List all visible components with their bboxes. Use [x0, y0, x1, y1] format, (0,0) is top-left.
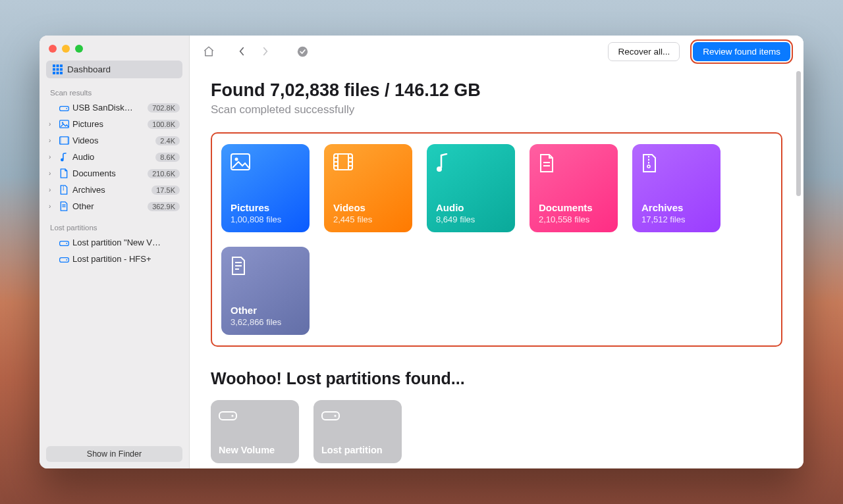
sidebar-lost-partition-row[interactable]: Lost partition "New V… — [45, 234, 184, 251]
forward-button[interactable] — [256, 41, 275, 61]
sidebar-drive-label: USB SanDisk… — [72, 103, 144, 113]
minimize-icon[interactable] — [62, 45, 70, 53]
svg-rect-14 — [59, 137, 61, 144]
page-icon — [231, 256, 300, 280]
card-audio[interactable]: Audio 8,649 files — [427, 144, 515, 232]
sidebar-item-audio[interactable]: › Audio 8.6K — [45, 149, 184, 165]
review-found-items-button[interactable]: Review found items — [693, 42, 790, 61]
image-icon — [231, 153, 300, 177]
document-icon — [539, 153, 609, 177]
music-icon — [436, 153, 506, 177]
sidebar-item-other[interactable]: › Other 362.9K — [45, 198, 184, 214]
sidebar-item-videos[interactable]: › Videos 2.4K — [45, 132, 184, 149]
close-icon[interactable] — [49, 45, 57, 53]
count-badge: 8.6K — [155, 153, 180, 162]
partition-title: Lost partition — [321, 445, 394, 455]
svg-point-20 — [66, 259, 67, 261]
sidebar: Dashboard Scan results USB SanDisk… 702.… — [40, 36, 190, 468]
card-pictures[interactable]: Pictures 1,00,808 files — [221, 144, 310, 232]
sidebar-item-label: Documents — [72, 168, 144, 178]
video-icon — [58, 136, 70, 145]
recover-all-button[interactable]: Recover all... — [608, 42, 680, 61]
card-subtitle: 17,512 files — [641, 214, 711, 224]
count-badge: 702.8K — [148, 103, 180, 113]
video-icon — [333, 153, 403, 177]
content-area: Found 7,02,838 files / 146.12 GB Scan co… — [190, 67, 803, 468]
chevron-right-icon: › — [49, 186, 57, 193]
chevron-right-icon: › — [49, 170, 57, 177]
partition-cards: New Volume Lost partition — [211, 400, 782, 463]
svg-rect-5 — [60, 68, 63, 71]
svg-rect-6 — [53, 72, 55, 74]
sidebar-item-label: Other — [72, 201, 144, 211]
card-videos[interactable]: Videos 2,445 files — [324, 144, 412, 232]
svg-point-41 — [231, 415, 233, 416]
drive-icon — [321, 408, 394, 426]
sidebar-item-documents[interactable]: › Documents 210.6K — [45, 165, 184, 182]
heading: Found 7,02,838 files / 146.12 GB Scan co… — [211, 80, 782, 116]
svg-rect-22 — [231, 154, 250, 170]
archive-icon — [58, 185, 70, 195]
count-badge: 100.8K — [148, 120, 180, 129]
section-heading: Woohoo! Lost partitions found... — [211, 369, 782, 388]
sidebar-item-label: Audio — [72, 152, 151, 162]
card-subtitle: 2,10,558 files — [539, 214, 609, 224]
count-badge: 17.5K — [151, 186, 180, 195]
svg-point-16 — [61, 158, 64, 161]
card-subtitle: 3,62,866 files — [231, 317, 300, 327]
home-button[interactable] — [199, 41, 219, 61]
svg-rect-4 — [56, 68, 59, 71]
count-badge: 362.9K — [148, 202, 180, 211]
category-cards: Pictures 1,00,808 files Videos 2,445 fil… — [211, 132, 782, 347]
svg-point-33 — [437, 166, 442, 172]
card-subtitle: 1,00,808 files — [231, 214, 300, 224]
partition-card[interactable]: New Volume — [211, 400, 299, 463]
svg-rect-3 — [53, 68, 55, 71]
sidebar-drive-row[interactable]: USB SanDisk… 702.8K — [45, 99, 184, 116]
svg-rect-40 — [219, 412, 236, 420]
svg-point-23 — [235, 158, 238, 161]
toolbar: Recover all... Review found items — [190, 36, 803, 67]
document-icon — [58, 168, 70, 178]
svg-rect-17 — [59, 241, 68, 245]
sidebar-lost-label: Lost partition - HFS+ — [72, 254, 180, 264]
drive-icon — [58, 104, 70, 112]
drive-icon — [58, 255, 70, 263]
partition-title: New Volume — [219, 445, 291, 455]
show-in-finder-button[interactable]: Show in Finder — [46, 446, 182, 462]
card-documents[interactable]: Documents 2,10,558 files — [530, 144, 618, 232]
chevron-right-icon: › — [49, 120, 57, 128]
card-title: Documents — [539, 202, 609, 213]
svg-rect-0 — [53, 64, 55, 67]
sidebar-footer: Show in Finder — [40, 440, 189, 468]
svg-rect-9 — [59, 106, 68, 111]
sidebar-item-label: Archives — [72, 185, 148, 195]
svg-rect-42 — [322, 412, 339, 420]
card-title: Other — [231, 305, 300, 316]
card-subtitle: 2,445 files — [333, 214, 403, 224]
svg-rect-19 — [59, 257, 68, 262]
svg-point-10 — [66, 108, 67, 109]
scrollbar-thumb[interactable] — [796, 71, 801, 196]
app-window: Dashboard Scan results USB SanDisk… 702.… — [40, 36, 803, 468]
svg-rect-2 — [60, 64, 63, 67]
grid-icon — [51, 64, 63, 74]
sidebar-item-dashboard[interactable]: Dashboard — [46, 61, 182, 78]
window-controls — [40, 36, 189, 59]
chevron-right-icon: › — [49, 203, 57, 210]
sidebar-item-label: Videos — [72, 136, 151, 145]
main-panel: Recover all... Review found items Found … — [190, 36, 803, 468]
sidebar-item-archives[interactable]: › Archives 17.5K — [45, 182, 184, 198]
card-title: Audio — [436, 202, 506, 213]
back-button[interactable] — [232, 41, 252, 61]
partition-card[interactable]: Lost partition — [313, 400, 402, 463]
sidebar-item-pictures[interactable]: › Pictures 100.8K — [45, 116, 184, 132]
card-archives[interactable]: Archives 17,512 files — [632, 144, 721, 232]
card-other[interactable]: Other 3,62,866 files — [221, 247, 310, 335]
sidebar-lost-partition-row[interactable]: Lost partition - HFS+ — [45, 251, 184, 267]
maximize-icon[interactable] — [75, 45, 83, 53]
svg-rect-7 — [56, 72, 59, 74]
archive-icon — [641, 153, 711, 177]
chevron-right-icon: › — [49, 137, 57, 144]
card-subtitle: 8,649 files — [436, 214, 506, 224]
